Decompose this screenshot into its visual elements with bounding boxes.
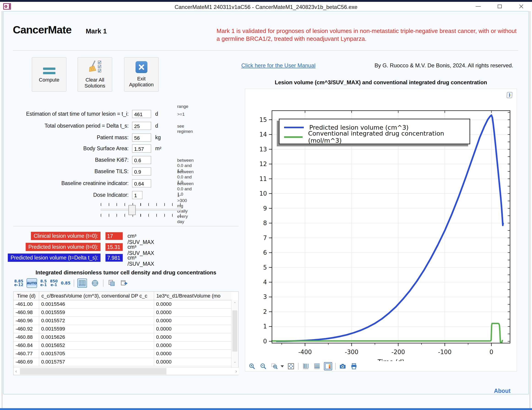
slider-track[interactable] <box>101 209 180 211</box>
table-cell: 0.0000 <box>154 342 231 350</box>
start-time-field[interactable] <box>132 110 151 118</box>
svg-text:-400: -400 <box>298 349 312 355</box>
table-row[interactable]: -461.000.00155460.0000 <box>13 300 231 309</box>
table-row[interactable]: -460.960.00155720.0000 <box>13 317 231 325</box>
zoom-box-button[interactable] <box>270 362 279 370</box>
table-header-row: Time (d) c_c/BreastVolume (cm^3), conven… <box>13 292 231 300</box>
x-log-scale-button[interactable] <box>302 362 310 370</box>
zoom-out-icon <box>260 363 267 370</box>
baseline-ki67-field[interactable] <box>132 156 151 164</box>
scroll-down-icon[interactable]: ˇ <box>231 361 238 366</box>
table-row[interactable]: -460.840.00156520.0000 <box>13 342 231 350</box>
exit-application-button[interactable]: Exit Application <box>124 57 159 92</box>
export-table-button[interactable] <box>120 279 129 288</box>
table-precision-toolbar: 8.85e-12 AUTO 8.5e-1 850e-1 0.85 <box>14 278 129 289</box>
close-button[interactable] <box>511 2 532 11</box>
patient-mass-field[interactable] <box>132 134 151 142</box>
y-log-scale-button[interactable] <box>313 362 321 370</box>
table-row[interactable]: -460.690.00157570.0000 <box>13 358 231 366</box>
print-button[interactable] <box>350 362 358 370</box>
vertical-scrollbar[interactable]: ˆ ˇ <box>231 300 238 368</box>
plot-busy-icon[interactable] <box>507 92 513 98</box>
zoom-in-button[interactable] <box>248 362 256 370</box>
about-link[interactable]: About <box>494 388 511 394</box>
table-cell: -460.77 <box>13 350 39 358</box>
table-row[interactable]: -460.770.00157050.0000 <box>13 350 231 358</box>
table-cell: 0.0000 <box>154 309 231 317</box>
results-divider <box>13 226 238 226</box>
toolbar-separator <box>74 279 74 287</box>
svg-text:13: 13 <box>259 146 267 153</box>
svg-text:5: 5 <box>263 264 267 271</box>
table-body: -461.000.00155460.0000-460.980.00155590.… <box>13 300 231 366</box>
brand: CancerMate Mark 1 <box>13 23 107 36</box>
zoom-in-icon <box>249 363 256 370</box>
table-cell: -461.00 <box>13 300 39 308</box>
table-cell: 0.0015572 <box>39 317 154 325</box>
table-row[interactable]: -460.980.00155590.0000 <box>13 309 231 317</box>
zoom-extents-button[interactable] <box>287 362 295 370</box>
user-manual-link[interactable]: Click here for the User Manual <box>241 62 315 69</box>
precision-auto-button[interactable]: AUTO <box>27 278 37 288</box>
snapshot-button[interactable] <box>339 362 347 370</box>
body-surface-area-field[interactable] <box>132 145 151 153</box>
column-header-cd1[interactable]: 1e3*c_d1/BreastVolume (mo <box>154 292 231 300</box>
svg-text:Time (d): Time (d) <box>377 358 404 361</box>
table-cell: 0.0000 <box>154 300 231 308</box>
zoom-extents-icon <box>287 362 294 370</box>
svg-text:-200: -200 <box>391 349 405 355</box>
svg-text:0: 0 <box>489 349 493 355</box>
table-cell: -460.96 <box>13 317 39 325</box>
svg-text:1: 1 <box>263 323 267 330</box>
svg-text:-300: -300 <box>345 349 359 355</box>
zoom-mode-dropdown-icon[interactable] <box>281 365 284 367</box>
table-cell: -460.98 <box>13 309 39 317</box>
precision-scientific-button[interactable]: 8.5e-1 <box>40 279 47 287</box>
slider-ticks-bottom <box>101 214 180 217</box>
precision-engineering-button[interactable]: 850e-1 <box>50 279 57 287</box>
clear-all-solutions-button[interactable]: Clear All Solutions <box>78 57 112 92</box>
compute-button[interactable]: Compute <box>32 57 66 92</box>
svg-text:9: 9 <box>263 205 267 212</box>
scroll-left-icon[interactable]: ‹ <box>15 369 17 374</box>
table-row[interactable]: -460.920.00155990.0000 <box>13 325 231 333</box>
slider-thumb[interactable] <box>128 205 136 215</box>
legend-toggle-button[interactable] <box>324 362 332 370</box>
window-right-edge <box>530 11 530 408</box>
scroll-up-icon[interactable]: ˆ <box>231 302 238 306</box>
baseline-creatinine-field[interactable] <box>132 179 151 187</box>
svg-text:7: 7 <box>263 234 267 241</box>
precision-full-button[interactable]: 8.85e-12 <box>14 279 23 287</box>
minimize-icon <box>476 6 481 7</box>
x-log-axis-icon <box>302 363 309 370</box>
predicted-volume-dts-value[interactable]: 7.981 <box>105 254 123 262</box>
copyright-text: By G. Ruocco & M.V. De Bonis, 2024. All … <box>374 62 513 69</box>
maximize-button[interactable] <box>489 2 511 11</box>
table-cell: 0.0015546 <box>39 300 154 308</box>
copy-table-button[interactable] <box>107 279 116 288</box>
vertical-scroll-thumb[interactable] <box>232 310 238 351</box>
legend-line-green <box>284 136 303 138</box>
scroll-right-icon[interactable]: › <box>235 369 237 374</box>
dose-indicator-field[interactable] <box>132 191 142 199</box>
column-header-cc[interactable]: c_c/BreastVolume (cm^3), conventional DP… <box>39 292 154 300</box>
minimize-button[interactable] <box>467 2 489 11</box>
horizontal-scroll-thumb[interactable] <box>20 368 166 374</box>
observation-period-field[interactable] <box>132 122 151 130</box>
table-view-button[interactable] <box>77 279 87 288</box>
baseline-tils-field[interactable] <box>132 167 151 176</box>
svg-text:10: 10 <box>259 190 267 197</box>
table-cell: 0.0000 <box>154 358 231 366</box>
horizontal-scrollbar[interactable]: ‹ › <box>13 367 239 375</box>
column-header-time[interactable]: Time (d) <box>13 292 39 300</box>
table-cell: -460.92 <box>13 325 39 333</box>
sphere-view-button[interactable] <box>90 279 100 288</box>
precision-decimal-button[interactable]: 0.85 <box>61 281 70 285</box>
chart-legend: Predicted lesion volume (cm^3) Conventio… <box>279 119 470 144</box>
table-row[interactable]: -460.880.00156260.0000 <box>13 333 231 342</box>
zoom-out-button[interactable] <box>259 362 267 370</box>
window-bottom-edge <box>0 408 532 410</box>
clinical-volume-value[interactable]: 17 <box>105 232 123 240</box>
table-cell: 0.0015599 <box>39 325 154 333</box>
predicted-volume-t0-value[interactable]: 15.31 <box>105 243 123 251</box>
